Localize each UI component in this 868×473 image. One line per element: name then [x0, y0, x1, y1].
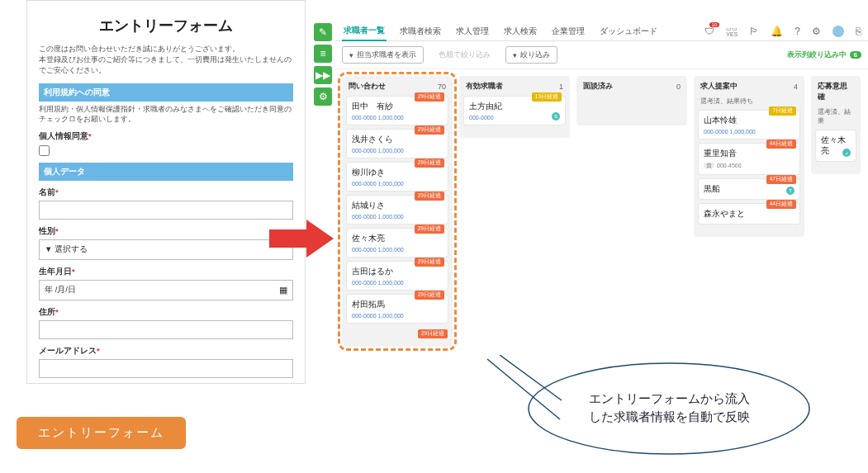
kanban-column: 求人提案中4選考済、結果待ち7日経過山本怜雄000-0000 1,000,000…: [694, 76, 804, 237]
flag-icon[interactable]: 🏳: [749, 26, 759, 37]
seeker-card[interactable]: 29日経過佐々木亮000-0000 1,000,000: [347, 229, 448, 257]
flow-arrow-icon: [269, 218, 335, 259]
kanban-column: 面談済み0: [576, 76, 687, 125]
seeker-card[interactable]: 44日経過森永やまと: [699, 204, 799, 224]
entry-form-pill[interactable]: エントリーフォーム: [17, 417, 186, 449]
seeker-card[interactable]: 29日経過浅井さくら000-0000 1,000,000: [347, 130, 448, 158]
seeker-card[interactable]: 29日経過吉田はるか000-0000 1,000,000: [347, 262, 448, 290]
card-name: 村田拓馬: [352, 300, 443, 310]
kanban-column: 有効求職者113日経過土方由紀000-0000S: [459, 76, 570, 138]
column-title: 有効求職者: [466, 81, 503, 92]
days-tag: 29日経過: [418, 329, 448, 338]
card-meta: 000-0000 1,000,000: [352, 181, 443, 187]
assignee-dot: ✓: [842, 149, 851, 157]
svg-point-1: [529, 363, 809, 454]
settings-icon[interactable]: ⚙: [812, 26, 821, 37]
seeker-card[interactable]: 13日経過土方由紀000-0000S: [464, 97, 565, 125]
seeker-card[interactable]: 29日経過柳川ゆき000-0000 1,000,000: [347, 163, 448, 191]
dock-settings-button[interactable]: ⚙: [314, 88, 332, 106]
filter-bar: ▾ 担当求職者を表示 色順で絞り込み ▾ 絞り込み 表示列絞り込み中6: [335, 41, 868, 69]
seeker-card[interactable]: 29日経過村田拓馬000-0000 1,000,000: [347, 295, 448, 323]
input-birth[interactable]: 年 /月/日 ▦: [39, 280, 293, 300]
label-name: 名前*: [39, 187, 293, 198]
column-subhead: 選考済、結果: [816, 107, 856, 130]
fastforward-icon: ▶▶: [315, 69, 330, 81]
assignee-dot: S: [552, 112, 560, 121]
kanban-board: 問い合わせ7029日経過田中 有紗000-0000 1,000,00029日経過…: [335, 69, 868, 353]
seeker-card[interactable]: 47日経過黒船T: [699, 179, 799, 199]
column-count: 4: [794, 83, 798, 91]
dock-edit-button[interactable]: ✎: [314, 23, 332, 41]
column-count: 70: [438, 83, 446, 91]
callout-bubble: エントリーフォームから流入 した求職者情報を自動で反映: [462, 355, 818, 462]
svg-marker-0: [269, 220, 334, 258]
input-name[interactable]: [39, 201, 293, 220]
seeker-card[interactable]: 29日経過田中 有紗000-0000 1,000,000: [347, 97, 448, 125]
intro-line-2: 本登録及びお仕事のご紹介等につきまして、一切費用は発生いたしませんのでご安心くだ…: [39, 55, 292, 74]
tab-company[interactable]: 企業管理: [550, 22, 586, 40]
filter-narrow-button[interactable]: ▾ 絞り込み: [505, 46, 557, 64]
seeker-card[interactable]: 44日経過重里知音貴000-4560: [699, 144, 799, 174]
card-name: 吉田はるか: [352, 267, 443, 277]
calendar-icon: ▦: [279, 285, 287, 296]
tab-seeker-search[interactable]: 求職者検索: [398, 22, 443, 40]
form-title: エントリーフォーム: [39, 16, 293, 35]
column-count: 0: [676, 83, 681, 91]
consent-label: 個人情報同意*: [39, 131, 293, 142]
column-header: 応募意思確: [816, 81, 856, 107]
seeker-card[interactable]: 7日経過山本怜雄000-0000 1,000,000: [699, 111, 799, 139]
column-header: 求人提案中4: [699, 81, 799, 97]
input-address[interactable]: [39, 320, 293, 339]
days-tag: 29日経過: [415, 92, 444, 102]
card-meta: 000-0000 1,000,000: [352, 115, 443, 121]
card-name: 浅井さくら: [352, 135, 443, 145]
column-title: 求人提案中: [700, 81, 738, 92]
top-nav: 求職者一覧 求職者検索 求人管理 求人検索 企業管理 ダッシュボード 🛡10 ▭…: [335, 21, 868, 41]
card-meta: 000-0000 1,000,000: [352, 214, 443, 220]
consent-checkbox[interactable]: [39, 145, 50, 156]
days-tag: 7日経過: [769, 106, 796, 116]
tab-dashboard[interactable]: ダッシュボード: [598, 22, 659, 40]
card-name: 佐々木亮: [352, 234, 443, 244]
days-tag: 29日経過: [415, 158, 444, 168]
yes-icon[interactable]: ▭▭YES: [726, 26, 738, 37]
days-tag: 44日経過: [766, 200, 796, 209]
select-gender[interactable]: ▼ 選択する: [39, 239, 293, 260]
tab-seeker-list[interactable]: 求職者一覧: [342, 21, 387, 41]
days-tag: 29日経過: [415, 291, 444, 300]
days-tag: 29日経過: [415, 125, 444, 135]
days-tag: 44日経過: [766, 140, 796, 149]
column-title: 面談済み: [583, 81, 613, 92]
card-name: 田中 有紗: [352, 102, 443, 112]
shield-icon[interactable]: 🛡10: [704, 26, 714, 37]
column-filter-status[interactable]: 表示列絞り込み中6: [787, 50, 861, 60]
label-email: メールアドレス*: [39, 346, 293, 357]
seeker-card[interactable]: 29日経過結城りさ000-0000 1,000,000: [347, 196, 448, 224]
help-icon[interactable]: ?: [794, 26, 800, 37]
days-tag: 29日経過: [415, 192, 444, 201]
card-name: 山本怜雄: [704, 116, 794, 126]
gear-icon: ⚙: [319, 91, 328, 102]
chevron-down-icon: ▾: [513, 51, 517, 59]
tab-job-search[interactable]: 求人検索: [502, 22, 538, 40]
card-meta: 000-0000 1,000,000: [352, 280, 443, 286]
section-consent-desc: 利用規約・個人情報保護指針・求職者のみなさまへをご確認いただき同意のチェックロを…: [39, 105, 293, 125]
column-count: 1: [559, 83, 563, 91]
bell-icon[interactable]: 🔔: [771, 26, 783, 37]
tab-job-manage[interactable]: 求人管理: [454, 22, 491, 40]
dock-menu-button[interactable]: ≡: [314, 45, 332, 63]
pencil-icon: ✎: [319, 26, 327, 38]
assignee-dot: T: [786, 187, 794, 195]
column-title: 応募意思確: [818, 81, 854, 102]
logout-icon[interactable]: ⎘: [856, 26, 861, 37]
birth-placeholder: 年 /月/日: [45, 285, 76, 296]
input-email[interactable]: [39, 359, 293, 378]
avatar[interactable]: [832, 26, 844, 37]
seeker-card[interactable]: 佐々木亮✓: [816, 130, 856, 161]
filter-assignee-button[interactable]: ▾ 担当求職者を表示: [342, 46, 424, 64]
section-consent-title: 利用規約への同意: [39, 83, 293, 102]
dock-play-button[interactable]: ▶▶: [314, 66, 332, 84]
card-name: 柳川ゆき: [352, 168, 443, 178]
callout-line-2: した求職者情報を自動で反映: [589, 409, 750, 423]
card-name: 森永やまと: [704, 209, 794, 220]
